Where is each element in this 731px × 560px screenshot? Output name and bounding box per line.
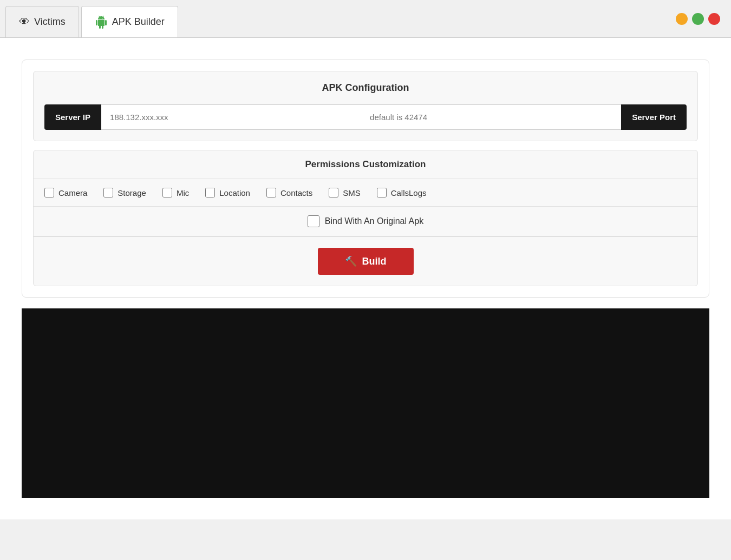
permission-callslogs-checkbox[interactable] (377, 188, 387, 197)
bind-label: Bind With An Original Apk (325, 216, 423, 226)
permissions-section: Permissions Customization Camera Storage… (34, 150, 697, 206)
build-label: Build (362, 256, 387, 267)
permissions-title: Permissions Customization (34, 150, 697, 179)
permission-storage-label: Storage (118, 188, 146, 197)
apk-config-section: APK Configuration Server IP Server Port (33, 71, 698, 141)
apk-config-title: APK Configuration (44, 82, 687, 94)
bind-row: Bind With An Original Apk (34, 207, 697, 236)
permission-location-checkbox[interactable] (205, 188, 215, 197)
build-button[interactable]: 🔨 Build (318, 248, 414, 275)
permission-storage-checkbox[interactable] (103, 188, 113, 197)
permission-contacts-checkbox[interactable] (266, 188, 276, 197)
tab-bar: 👁 Victims APK Builder (0, 0, 731, 38)
permission-mic[interactable]: Mic (162, 188, 189, 197)
main-content: APK Configuration Server IP Server Port … (0, 38, 731, 519)
server-ip-button[interactable]: Server IP (44, 104, 101, 130)
permission-sms-label: SMS (343, 188, 361, 197)
build-row: 🔨 Build (34, 237, 697, 286)
android-icon (95, 16, 108, 29)
eye-icon: 👁 (19, 16, 30, 28)
permission-storage[interactable]: Storage (103, 188, 146, 197)
tab-victims[interactable]: 👁 Victims (5, 6, 79, 37)
permission-callslogs[interactable]: CallsLogs (377, 188, 427, 197)
server-port-input[interactable] (361, 104, 621, 130)
terminal-area (22, 308, 709, 498)
window-btn-maximize[interactable] (692, 13, 704, 25)
tab-victims-label: Victims (34, 16, 66, 28)
permission-sms[interactable]: SMS (329, 188, 361, 197)
permission-camera[interactable]: Camera (44, 188, 87, 197)
permissions-bind-card: Permissions Customization Camera Storage… (33, 150, 698, 286)
server-ip-input[interactable] (101, 104, 361, 130)
permission-callslogs-label: CallsLogs (391, 188, 427, 197)
permission-contacts-label: Contacts (280, 188, 312, 197)
outer-card: APK Configuration Server IP Server Port … (22, 60, 709, 298)
window-btn-close[interactable] (708, 13, 720, 25)
permission-mic-checkbox[interactable] (162, 188, 172, 197)
permission-mic-label: Mic (177, 188, 189, 197)
permissions-row: Camera Storage Mic Location (34, 179, 697, 206)
tab-apk-builder[interactable]: APK Builder (81, 6, 178, 37)
permission-contacts[interactable]: Contacts (266, 188, 312, 197)
permission-camera-checkbox[interactable] (44, 188, 54, 197)
window-btn-minimize[interactable] (676, 13, 688, 25)
bind-checkbox[interactable] (308, 215, 319, 227)
permission-camera-label: Camera (58, 188, 87, 197)
permission-location-label: Location (219, 188, 250, 197)
window-controls (676, 13, 720, 25)
server-port-button[interactable]: Server Port (621, 104, 687, 130)
hammer-icon: 🔨 (345, 255, 357, 267)
ip-port-row: Server IP Server Port (44, 104, 687, 130)
tab-apk-builder-label: APK Builder (112, 16, 165, 28)
permission-location[interactable]: Location (205, 188, 250, 197)
permission-sms-checkbox[interactable] (329, 188, 338, 197)
